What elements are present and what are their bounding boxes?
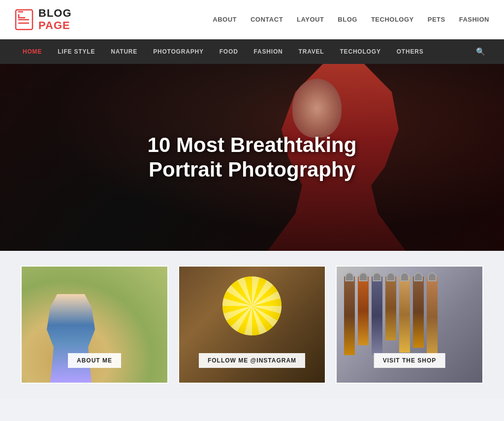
nav-travel[interactable]: TRAVEL <box>291 39 332 64</box>
card-about-me-label: ABOUT ME <box>68 353 121 368</box>
top-nav: ABOUT CONTACT LAYOUT BLOG TECHOLOGY PETS… <box>213 16 489 23</box>
nav-home[interactable]: HOME <box>15 39 50 64</box>
card-shop[interactable]: VISIT THE SHOP <box>336 266 483 384</box>
hanger-3 <box>372 276 382 355</box>
hero-section: 10 Most Breathtaking Portrait Photograph… <box>0 64 504 251</box>
nav-photography[interactable]: PHOTOGRAPHY <box>145 39 212 64</box>
card-instagram-lemon <box>222 276 282 335</box>
top-nav-blog[interactable]: BLOG <box>338 16 357 23</box>
nav-fashion[interactable]: FASHION <box>246 39 291 64</box>
logo-blog-text: BLOG <box>38 7 72 19</box>
top-nav-fashion[interactable]: FASHION <box>459 16 489 23</box>
hanger-4 <box>385 276 396 340</box>
nav-techology[interactable]: TECHOLOGY <box>332 39 388 64</box>
nav-lifestyle[interactable]: LIFE STYLE <box>50 39 103 64</box>
search-icon[interactable]: 🔍 <box>472 47 489 56</box>
nav-others[interactable]: OTHERS <box>389 39 432 64</box>
top-nav-contact[interactable]: CONTACT <box>251 16 283 23</box>
logo-icon <box>15 9 33 30</box>
card-instagram-label: FOLLOW ME @INSTAGRAM <box>199 353 305 368</box>
logo-text: BLOG PAGE <box>38 7 72 31</box>
nav-nature[interactable]: NATURE <box>103 39 145 64</box>
top-nav-pets[interactable]: PETS <box>428 16 445 23</box>
hanger-6 <box>413 276 424 348</box>
secondary-nav: HOME LIFE STYLE NATURE PHOTOGRAPHY FOOD … <box>0 39 504 64</box>
card-shop-label: VISIT THE SHOP <box>374 353 445 368</box>
logo[interactable]: BLOG PAGE <box>15 7 72 31</box>
top-header: BLOG PAGE ABOUT CONTACT LAYOUT BLOG TECH… <box>0 0 504 39</box>
hanger-1 <box>344 276 355 355</box>
hanger-7 <box>427 276 438 358</box>
cards-section: ABOUT ME FOLLOW ME @INSTAGRAM VISIT THE … <box>0 251 504 398</box>
top-nav-layout[interactable]: LAYOUT <box>297 16 324 23</box>
hero-title: 10 Most Breathtaking Portrait Photograph… <box>129 133 375 182</box>
hero-content: 10 Most Breathtaking Portrait Photograph… <box>129 133 375 182</box>
top-nav-techology[interactable]: TECHOLOGY <box>371 16 414 23</box>
card-about-me[interactable]: ABOUT ME <box>21 266 168 384</box>
top-nav-about[interactable]: ABOUT <box>213 16 237 23</box>
card-instagram-lemon-half <box>222 276 282 335</box>
hero-figure-head <box>292 79 342 138</box>
logo-page-text: PAGE <box>38 20 72 31</box>
hanger-2 <box>358 276 369 345</box>
hanger-5 <box>399 276 410 353</box>
nav-food[interactable]: FOOD <box>212 39 246 64</box>
card-instagram[interactable]: FOLLOW ME @INSTAGRAM <box>178 266 326 384</box>
